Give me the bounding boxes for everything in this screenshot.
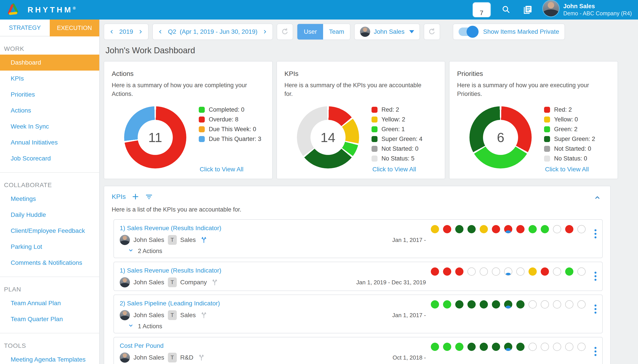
chart-legend: Red: 2Yellow: 0Green: 2Super Green: 2Not… [544,106,595,165]
sidebar-item-job-scorecard[interactable]: Job Scorecard [0,150,99,166]
person-name: John Sales [374,28,405,35]
donut-total: 14 [320,130,335,145]
status-dot-red-current-week [504,225,512,233]
status-dot-green [443,343,451,351]
date-range: Jan 1, 2019 - Dec 31, 2019 [356,279,431,286]
team-badge: T [168,310,177,320]
sidebar-item-daily-huddle[interactable]: Daily Huddle [0,207,99,223]
sidebar-item-kpis[interactable]: KPIs [0,70,99,86]
status-dot-red [541,268,549,276]
avatar [120,352,130,363]
status-dot-dgreen [492,300,500,308]
view-all-link[interactable]: Click to View All [200,166,243,173]
sidebar-item-dashboard[interactable]: Dashboard [0,54,99,70]
year-selector[interactable]: 2019 [104,24,149,40]
sidebar-item-team-quarter-plan[interactable]: Team Quarter Plan [0,311,99,327]
kpi-title-link[interactable]: Cost Per Pound [120,342,164,349]
legend-label: Super Green: 2 [554,136,595,142]
chevron-down-icon [128,248,134,254]
status-dot-green [565,268,573,276]
legend-label: Overdue: 8 [209,116,239,123]
sidebar-item-actions[interactable]: Actions [0,102,99,118]
legend-label: Not Started: 0 [381,146,419,152]
sidebar-item-annual-initiatives[interactable]: Annual Initiatives [0,134,99,150]
search-icon[interactable] [500,4,512,16]
legend-swatch [544,107,550,113]
view-user-button[interactable]: User [297,24,323,40]
refresh-period-button[interactable] [277,24,293,40]
kebab-menu-icon[interactable] [593,269,597,283]
quarter-selector[interactable]: Q2 (Apr 1, 2019 - Jun 30, 2019) [152,24,273,40]
kpi-rows: 1) Sales Revenue (Results Indicator)John… [112,219,603,364]
next-quarter-icon[interactable] [262,28,267,35]
week-badge[interactable]: week 7 [473,2,490,17]
date-range: Jan 1, 2017 - [392,236,431,244]
legend-swatch [199,107,205,113]
prev-year-icon[interactable] [110,28,114,35]
kpi-title-link[interactable]: 1) Sales Revenue (Results Indicator) [120,224,221,232]
top-bar: RHYTHM® week 7 John Sales Demo - ABC Com… [0,0,638,20]
add-kpi-icon[interactable] [132,193,139,200]
card-subtitle: Here is a summary of how you are executi… [457,81,603,98]
owner-name: John Sales [134,279,164,286]
view-all-link[interactable]: Click to View All [372,166,416,173]
person-dropdown[interactable]: John Sales [354,24,420,40]
status-dot-yellow [480,225,488,233]
actions-toggle[interactable]: 2 Actions [128,248,431,254]
legend-item: Red: 2 [544,106,595,113]
legend-label: Completed: 0 [209,106,245,113]
status-dots [431,300,585,308]
sidebar-item-priorities[interactable]: Priorities [0,86,99,102]
kpi-title-link[interactable]: 2) Sales Pipeline (Leading Indicator) [120,300,220,307]
sidebar-item-comments-notifications[interactable]: Comments & Notifications [0,255,99,271]
prev-quarter-icon[interactable] [158,28,163,35]
legend-swatch [371,126,377,132]
sidebar-item-meetings[interactable]: Meetings [0,191,99,207]
current-week-marker [505,348,511,351]
status-dot-dgreen [480,343,488,351]
kebab-menu-icon[interactable] [593,344,597,358]
user-menu[interactable]: John Sales Demo - ABC Company (R4) [543,0,632,19]
library-icon[interactable] [522,4,533,16]
current-week-marker [505,306,511,308]
next-year-icon[interactable] [138,28,143,35]
sidebar-section-title: COLLABORATE [0,176,99,191]
user-team-toggle: UserTeam [297,24,350,40]
avatar [120,310,130,320]
sidebar-item-meeting-agenda-templates[interactable]: Meeting Agenda Templates [0,352,99,364]
year-value: 2019 [119,28,133,35]
filter-icon[interactable] [145,193,153,200]
tab-strategy[interactable]: STRATEGY [0,20,50,36]
sidebar-item-client-employee-feedback[interactable]: Client/Employee Feedback [0,223,99,239]
kpi-title-link[interactable]: 1) Sales Revenue (Results Indicator) [120,267,221,274]
actions-toggle[interactable]: 1 Actions [128,323,431,330]
status-dot-dgreen [455,225,463,233]
legend-item: No Status: 5 [371,155,423,162]
collapse-panel-icon[interactable] [593,194,601,202]
toggle-knob [467,26,478,38]
private-toggle[interactable] [459,28,478,36]
kebab-menu-icon[interactable] [593,302,597,316]
kpis-summary-card: KPIsHere is a summary of the KPIs you ar… [276,61,445,179]
tab-execution[interactable]: EXECUTION [50,20,100,36]
kebab-menu-icon[interactable] [593,227,597,241]
actions-donut-chart: 11 [124,106,186,168]
legend-swatch [371,136,377,142]
sidebar-item-week-in-sync[interactable]: Week In Sync [0,118,99,134]
view-all-link[interactable]: Click to View All [545,166,589,173]
week-label: week [473,2,490,9]
status-dot-yellow [431,225,439,233]
legend-swatch [371,107,377,113]
sidebar: STRATEGY EXECUTION WORKDashboardKPIsPrio… [0,20,100,364]
sidebar-item-team-annual-plan[interactable]: Team Annual Plan [0,295,99,311]
status-dots [431,268,585,276]
view-team-button[interactable]: Team [323,24,350,40]
actions-summary-card: ActionsHere is a summary of how you are … [104,61,273,179]
refresh-person-button[interactable] [424,24,440,40]
owner-line: John SalesTSalesJan 1, 2017 - [120,235,431,245]
legend-swatch [371,156,377,162]
legend-swatch [544,136,550,142]
sidebar-item-parking-lot[interactable]: Parking Lot [0,239,99,255]
legend-swatch [544,116,550,122]
status-dot-empty [528,300,537,308]
